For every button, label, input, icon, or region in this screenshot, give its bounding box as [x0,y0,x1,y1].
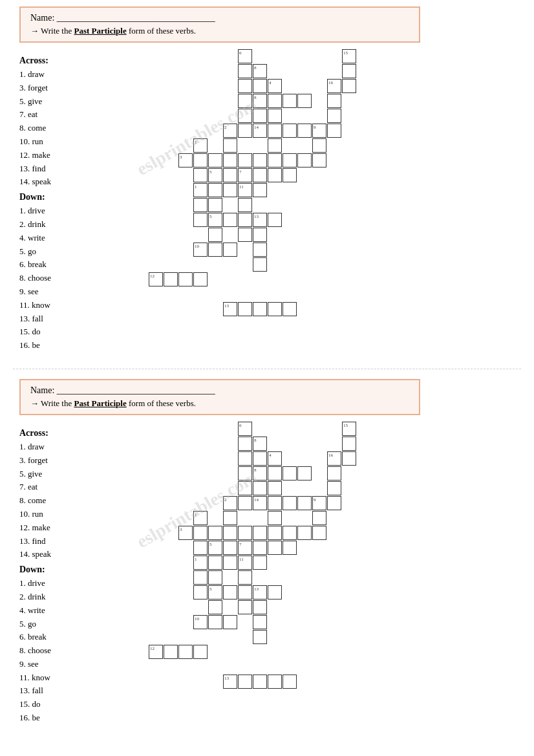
cell-6-1[interactable] [238,64,252,78]
cell-6-0[interactable]: 6 [238,422,252,436]
cell-3-7[interactable] [193,526,208,540]
cell-6-10[interactable] [238,570,252,585]
cell-10-5[interactable] [297,124,312,138]
cell-3-11[interactable] [193,585,208,599]
cell-7-17[interactable] [253,675,267,689]
cell-7-2[interactable] [253,79,267,93]
cell-6-11[interactable] [238,585,252,599]
cell-3-9[interactable]: 1 [193,556,208,570]
cell-7-7[interactable] [253,526,267,540]
cell-7-8[interactable] [253,168,267,182]
cell-5-7[interactable] [223,526,237,540]
cell-12-3[interactable] [327,94,341,108]
cell-0-15[interactable]: 12 [149,272,163,286]
cell-1-15[interactable] [164,645,178,659]
cell-8-7[interactable] [268,153,282,167]
cell-5-17[interactable]: 13 [223,675,237,689]
cell-9-8[interactable] [283,541,297,555]
cell-11-6[interactable] [312,138,326,153]
cell-9-7[interactable] [283,153,297,167]
cell-7-3[interactable]: 8 [253,466,267,481]
name-line[interactable]: Name: __________________________________… [30,385,409,396]
crossword-grid[interactable]: 1113513781012131491245681516eslprintable… [149,422,528,693]
cell-7-14[interactable] [253,257,267,272]
cell-6-11[interactable] [238,213,252,227]
cell-5-13[interactable] [223,243,237,257]
cell-10-3[interactable] [297,466,312,481]
cell-1-15[interactable] [164,272,178,286]
cell-7-13[interactable] [253,615,267,629]
cell-7-8[interactable] [253,541,267,555]
cell-7-12[interactable] [253,228,267,242]
cell-6-12[interactable] [238,228,252,242]
cell-3-6[interactable]: 1 [193,511,208,525]
cell-12-5[interactable] [327,496,341,510]
cell-6-7[interactable] [238,526,252,540]
cell-8-11[interactable] [268,213,282,227]
cell-3-10[interactable] [193,198,208,212]
cell-6-17[interactable] [238,302,252,316]
cell-5-11[interactable] [223,585,237,599]
cell-6-0[interactable]: 6 [238,49,252,63]
cell-3-8[interactable] [193,541,208,555]
cell-9-17[interactable] [283,675,297,689]
cell-7-11[interactable]: 13 [253,585,267,599]
cell-13-2[interactable] [342,79,356,93]
cell-7-1[interactable]: 8 [253,64,267,78]
cell-5-11[interactable] [223,213,237,227]
cell-6-2[interactable] [238,79,252,93]
cell-5-5[interactable]: 2 [223,496,237,510]
cell-4-9[interactable] [208,183,222,197]
cell-7-4[interactable] [253,481,267,495]
cell-13-1[interactable] [342,437,356,451]
cell-6-7[interactable] [238,153,252,167]
cell-5-7[interactable] [223,153,237,167]
cell-8-7[interactable] [268,526,282,540]
cell-4-11[interactable]: 5 [208,585,222,599]
cell-10-7[interactable] [297,526,312,540]
cell-2-15[interactable] [178,645,193,659]
cell-6-10[interactable] [238,198,252,212]
cell-8-17[interactable] [268,675,282,689]
cell-9-3[interactable] [283,466,297,481]
cell-8-8[interactable] [268,168,282,182]
cell-12-5[interactable] [327,124,341,138]
cell-9-17[interactable] [283,302,297,316]
cell-6-3[interactable] [238,94,252,108]
cell-6-3[interactable] [238,466,252,481]
cell-7-9[interactable] [253,183,267,197]
cell-8-6[interactable] [268,138,282,153]
cell-4-10[interactable] [208,198,222,212]
cell-5-9[interactable] [223,183,237,197]
cell-8-5[interactable] [268,496,282,510]
cell-6-12[interactable] [238,600,252,614]
cell-7-3[interactable]: 8 [253,94,267,108]
cell-11-5[interactable]: 9 [312,496,326,510]
cell-7-17[interactable] [253,302,267,316]
cell-5-8[interactable] [223,168,237,182]
cell-6-1[interactable] [238,437,252,451]
cell-3-13[interactable]: 10 [193,243,208,257]
cell-0-15[interactable]: 12 [149,645,163,659]
cell-6-4[interactable] [238,481,252,495]
cell-8-2[interactable]: 4 [268,451,282,466]
cell-7-13[interactable] [253,243,267,257]
cell-2-7[interactable]: 3 [178,153,193,167]
cell-6-17[interactable] [238,675,252,689]
cell-7-5[interactable]: 14 [253,124,267,138]
cell-12-2[interactable]: 16 [327,79,341,93]
cell-10-3[interactable] [297,94,312,108]
cell-9-7[interactable] [283,526,297,540]
cell-4-13[interactable] [208,615,222,629]
cell-13-0[interactable]: 15 [342,49,356,63]
cell-7-2[interactable] [253,451,267,466]
cell-12-3[interactable] [327,466,341,481]
cell-3-7[interactable] [193,153,208,167]
cell-8-6[interactable] [268,511,282,525]
cell-8-2[interactable]: 4 [268,79,282,93]
cell-11-5[interactable]: 9 [312,124,326,138]
cell-5-13[interactable] [223,615,237,629]
cell-13-2[interactable] [342,451,356,466]
cell-4-7[interactable] [208,153,222,167]
cell-3-6[interactable]: 1 [193,138,208,153]
